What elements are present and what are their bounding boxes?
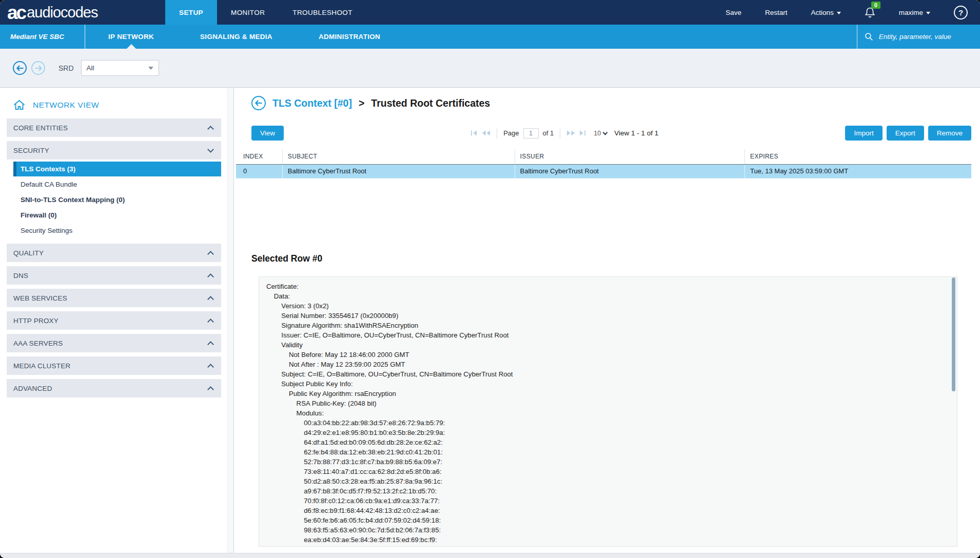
notifications-button[interactable]: 0 xyxy=(865,7,875,18)
section-label: SECURITY xyxy=(13,147,49,154)
view-button[interactable]: View xyxy=(251,126,284,141)
actions-menu-button[interactable]: Actions xyxy=(811,9,840,16)
search-input[interactable] xyxy=(879,33,973,41)
chevron-up-icon xyxy=(207,318,214,325)
chevron-up-icon xyxy=(207,341,214,348)
srd-label: SRD xyxy=(58,64,74,72)
tab-ip-network[interactable]: IP NETWORK xyxy=(85,25,177,49)
sub-navigation: Mediant VE SBC IP NETWORK SIGNALING & ME… xyxy=(0,25,980,49)
home-icon xyxy=(13,99,25,110)
prev-page-icon[interactable] xyxy=(482,130,491,136)
search-icon xyxy=(865,32,873,41)
sidebar-title: NETWORK VIEW xyxy=(33,101,99,110)
page-body: NETWORK VIEW CORE ENTITIES SECURITY TLS … xyxy=(0,87,980,553)
save-button[interactable]: Save xyxy=(726,9,741,16)
sidebar-item-security-settings[interactable]: Security Settings xyxy=(13,223,221,238)
chevron-down-icon xyxy=(926,12,930,14)
sidebar-section-media-cluster[interactable]: MEDIA CLUSTER xyxy=(7,356,221,375)
selected-row-title: Selected Row #0 xyxy=(251,253,980,264)
section-label: ADVANCED xyxy=(13,385,52,392)
section-label: AAA SERVERS xyxy=(13,340,63,347)
user-menu-button[interactable]: maxime xyxy=(899,9,930,16)
table-row[interactable]: 0 Baltimore CyberTrust Root Baltimore Cy… xyxy=(236,164,971,178)
device-name: Mediant VE SBC xyxy=(0,25,85,49)
chevron-up-icon xyxy=(207,364,214,370)
srd-toolbar: SRD All xyxy=(0,49,980,87)
breadcrumb-separator: > xyxy=(359,97,364,109)
security-items: TLS Contexts (3) Default CA Bundle SNI-t… xyxy=(0,161,233,244)
chevron-up-icon xyxy=(207,296,214,303)
sidebar-item-firewall[interactable]: Firewall (0) xyxy=(13,208,221,223)
horizontal-scrollbar[interactable] xyxy=(0,553,980,558)
chevron-up-icon xyxy=(207,273,214,280)
tab-monitor[interactable]: MONITOR xyxy=(217,0,279,25)
sidebar-item-sni-to-tls-mapping[interactable]: SNI-to-TLS Context Mapping (0) xyxy=(13,192,221,207)
section-label: QUALITY xyxy=(13,249,44,257)
breadcrumb-tls-context-link[interactable]: TLS Context [#0] xyxy=(272,97,352,109)
sidebar-network-view-link[interactable]: NETWORK VIEW xyxy=(0,88,233,118)
import-button[interactable]: Import xyxy=(845,126,882,141)
audiocodes-logo-icon: ac xyxy=(7,3,25,22)
main-nav: SETUP MONITOR TROUBLESHOOT xyxy=(165,0,366,25)
certificate-text: Certificate: Data: Version: 3 (0x2) Seri… xyxy=(259,277,957,545)
actions-menu-label: Actions xyxy=(811,9,833,16)
page-title: Trusted Root Certificates xyxy=(371,97,490,109)
row-action-buttons: Import Export Remove xyxy=(845,126,971,141)
tab-signaling-media[interactable]: SIGNALING & MEDIA xyxy=(177,25,296,49)
help-button[interactable]: ? xyxy=(954,6,968,19)
page-of-label: of 1 xyxy=(543,129,554,137)
notification-count-badge: 0 xyxy=(871,2,880,9)
sidebar-section-dns[interactable]: DNS xyxy=(7,266,221,285)
cell-index[interactable]: 0 xyxy=(236,164,282,178)
column-header-subject[interactable]: SUBJECT xyxy=(282,149,515,164)
tab-administration[interactable]: ADMINISTRATION xyxy=(296,25,403,49)
sidebar-section-aaa-servers[interactable]: AAA SERVERS xyxy=(7,334,221,352)
question-mark-icon: ? xyxy=(958,8,963,17)
sidebar-item-default-ca-bundle[interactable]: Default CA Bundle xyxy=(13,177,221,192)
sidebar-section-web-services[interactable]: WEB SERVICES xyxy=(7,289,221,307)
cell-issuer[interactable]: Baltimore CyberTrust Root xyxy=(515,164,745,178)
column-header-index[interactable]: INDEX xyxy=(236,149,282,164)
nav-back-button[interactable] xyxy=(13,61,27,75)
sidebar-section-security[interactable]: SECURITY xyxy=(7,141,221,160)
breadcrumb: TLS Context [#0] > Trusted Root Certific… xyxy=(251,96,980,110)
arrow-left-icon xyxy=(16,65,24,71)
audiocodes-logo: ac audiocodes xyxy=(0,0,165,25)
column-header-issuer[interactable]: ISSUER xyxy=(515,149,745,164)
remove-button[interactable]: Remove xyxy=(928,126,971,141)
certificates-table: INDEX SUBJECT ISSUER EXPIRES 0 Baltimore… xyxy=(236,149,971,178)
section-label: WEB SERVICES xyxy=(13,294,67,302)
tab-setup[interactable]: SETUP xyxy=(165,0,217,25)
breadcrumb-back-button[interactable] xyxy=(251,96,266,110)
tab-troubleshoot[interactable]: TROUBLESHOOT xyxy=(279,0,366,25)
sidebar-section-advanced[interactable]: ADVANCED xyxy=(7,379,221,397)
brand-name: audiocodes xyxy=(27,4,97,21)
cell-subject[interactable]: Baltimore CyberTrust Root xyxy=(282,164,515,178)
sidebar-section-core-entities[interactable]: CORE ENTITIES xyxy=(7,118,221,137)
sidebar-section-http-proxy[interactable]: HTTP PROXY xyxy=(7,311,221,330)
nav-forward-button[interactable] xyxy=(31,61,45,75)
restart-button[interactable]: Restart xyxy=(765,9,788,16)
vertical-scrollbar-thumb[interactable] xyxy=(952,277,955,391)
table-header-row: INDEX SUBJECT ISSUER EXPIRES xyxy=(236,149,971,164)
sidebar-item-tls-contexts[interactable]: TLS Contexts (3) xyxy=(13,162,221,176)
srd-select[interactable]: All xyxy=(81,60,159,76)
export-button[interactable]: Export xyxy=(887,126,924,141)
section-label: HTTP PROXY xyxy=(13,317,58,325)
page-size-select[interactable]: 10 xyxy=(594,130,607,137)
last-page-icon[interactable] xyxy=(579,130,586,136)
global-search xyxy=(857,25,980,49)
section-label: DNS xyxy=(13,272,28,280)
chevron-down-icon xyxy=(603,130,608,135)
first-page-icon[interactable] xyxy=(471,130,478,136)
next-page-icon[interactable] xyxy=(566,130,575,136)
section-label: CORE ENTITIES xyxy=(13,124,68,132)
column-header-expires[interactable]: EXPIRES xyxy=(745,149,971,164)
app-window: ac audiocodes SETUP MONITOR TROUBLESHOOT… xyxy=(0,0,980,558)
page-number-input[interactable] xyxy=(523,128,539,138)
cell-expires[interactable]: Tue, 13 May 2025 03:59:00 GMT xyxy=(745,164,971,178)
sidebar-section-quality[interactable]: QUALITY xyxy=(7,244,221,262)
divider xyxy=(497,128,497,138)
sub-nav-tabs: IP NETWORK SIGNALING & MEDIA ADMINISTRAT… xyxy=(85,25,403,49)
network-sidebar: NETWORK VIEW CORE ENTITIES SECURITY TLS … xyxy=(0,88,234,553)
